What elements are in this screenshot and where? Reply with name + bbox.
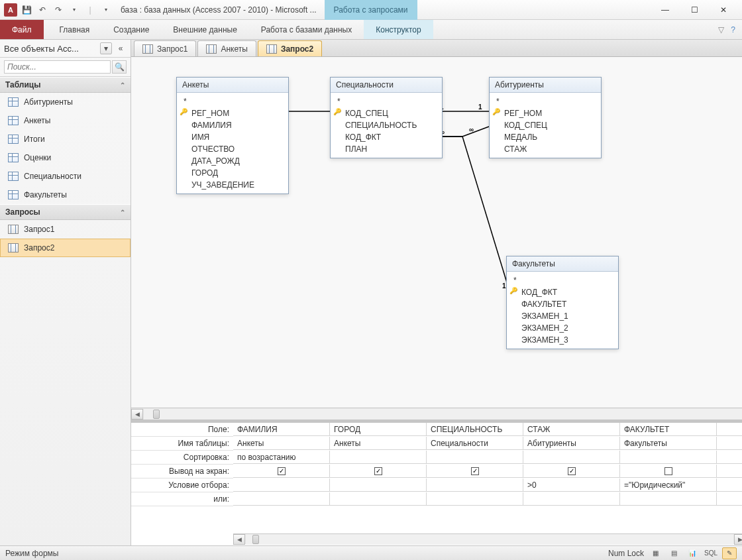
save-icon[interactable]: 💾 (20, 3, 33, 17)
qat-dropdown-icon[interactable]: ▾ (68, 3, 81, 17)
grid-cell[interactable]: ✓ (233, 465, 330, 478)
table-ankety[interactable]: Анкеты*РЕГ_НОМФАМИЛИЯИМЯОТЧЕСТВОДАТА_РОЖ… (176, 77, 289, 194)
table-spec[interactable]: Специальности*КОД_СПЕЦСПЕЦИАЛЬНОСТЬКОД_Ф… (330, 77, 443, 158)
grid-cell[interactable] (427, 451, 523, 464)
nav-table-item[interactable]: Абитуриенты (0, 93, 131, 111)
view-datasheet-icon[interactable]: ▦ (648, 547, 662, 559)
table-title[interactable]: Абитуриенты (490, 78, 601, 93)
nav-query-item[interactable]: Запрос1 (0, 220, 131, 239)
grid-cell[interactable]: по возрастанию (233, 451, 330, 464)
grid-cell-empty[interactable] (717, 451, 742, 464)
grid-cell[interactable] (427, 478, 523, 492)
grid-cell[interactable]: >0 (523, 478, 620, 492)
field-item[interactable]: КОД_СПЕЦ (491, 119, 600, 131)
grid-cell-empty[interactable] (717, 437, 742, 450)
table-title[interactable]: Специальности (331, 78, 442, 93)
grid-cell-empty[interactable] (717, 478, 742, 492)
ribbon-help-icon[interactable]: ? (731, 25, 735, 34)
field-item[interactable]: * (508, 274, 617, 286)
nav-query-item[interactable]: Запрос2 (0, 239, 131, 257)
grid-cell[interactable] (427, 492, 523, 506)
designer-hscroll[interactable]: ◀ ▶ (131, 408, 742, 420)
grid-cell-empty[interactable] (717, 423, 742, 436)
grid-cell[interactable]: ✓ (427, 465, 523, 478)
grid-cell[interactable]: Анкеты (233, 437, 330, 450)
checkbox[interactable]: ✓ (374, 467, 382, 475)
scroll-thumb[interactable] (153, 410, 160, 419)
field-item[interactable]: МЕДАЛЬ (491, 131, 600, 143)
query-designer[interactable]: 1 1 1 ∞ ∞ 1 Анкеты*РЕГ_НОМФАМИЛИЯИМЯОТЧЕ… (131, 57, 742, 420)
app-logo[interactable]: A (4, 3, 17, 17)
document-tab[interactable]: Запрос2 (258, 40, 322, 56)
field-item[interactable]: РЕГ_НОМ (178, 107, 287, 119)
nav-table-item[interactable]: Факультеты (0, 186, 131, 204)
nav-collapse-icon[interactable]: « (115, 42, 127, 54)
ribbon-tab-design[interactable]: Конструктор (364, 20, 433, 39)
nav-dropdown-icon[interactable]: ▾ (100, 42, 112, 54)
checkbox[interactable] (664, 467, 672, 475)
ribbon-tab-create[interactable]: Создание (101, 20, 161, 39)
nav-table-item[interactable]: Оценки (0, 148, 131, 167)
field-item[interactable]: * (178, 95, 287, 107)
field-item[interactable]: ДАТА_РОЖД (178, 155, 287, 167)
ribbon-collapse-icon[interactable]: ▽ (718, 25, 724, 34)
grid-cell[interactable] (523, 451, 620, 464)
view-sql-icon[interactable]: SQL (704, 547, 718, 559)
nav-header[interactable]: Все объекты Acc... ▾ « (0, 40, 131, 58)
grid-cell[interactable]: ="Юридический" (620, 478, 717, 492)
grid-cell[interactable]: ✓ (330, 465, 427, 478)
grid-cell[interactable] (620, 465, 717, 478)
grid-cell[interactable] (233, 478, 330, 492)
minimize-button[interactable]: — (651, 1, 680, 19)
ribbon-tab-db-tools[interactable]: Работа с базами данных (249, 20, 364, 39)
grid-cell[interactable]: СТАЖ (523, 423, 620, 436)
checkbox[interactable]: ✓ (471, 467, 479, 475)
grid-scroll-thumb[interactable] (252, 535, 259, 544)
search-input[interactable] (4, 60, 111, 74)
table-title[interactable]: Факультеты (507, 256, 618, 272)
field-item[interactable]: КОД_ФКТ (332, 131, 441, 143)
field-item[interactable]: ФАКУЛЬТЕТ (508, 298, 617, 310)
grid-cell[interactable]: Абитуриенты (523, 437, 620, 450)
view-chart-icon[interactable]: 📊 (685, 547, 700, 559)
file-tab[interactable]: Файл (0, 20, 44, 39)
grid-cell[interactable] (620, 451, 717, 464)
table-title[interactable]: Анкеты (177, 78, 288, 93)
grid-cell[interactable] (330, 451, 427, 464)
checkbox[interactable]: ✓ (568, 467, 576, 475)
grid-hscroll[interactable]: ◀ ▶ (233, 533, 742, 544)
document-tab[interactable]: Анкеты (197, 40, 256, 56)
grid-cell[interactable]: ФАКУЛЬТЕТ (620, 423, 717, 436)
designer-canvas[interactable]: 1 1 1 ∞ ∞ 1 Анкеты*РЕГ_НОМФАМИЛИЯИМЯОТЧЕ… (131, 57, 742, 408)
grid-scroll-right-icon[interactable]: ▶ (734, 534, 742, 545)
view-pivot-icon[interactable]: ▤ (666, 547, 681, 559)
field-item[interactable]: ЭКЗАМЕН_1 (508, 310, 617, 322)
grid-scroll-left-icon[interactable]: ◀ (233, 534, 245, 545)
field-item[interactable]: КОД_СПЕЦ (332, 107, 441, 119)
grid-cell[interactable]: Факультеты (620, 437, 717, 450)
grid-cell[interactable]: ГОРОД (330, 423, 427, 436)
ribbon-tab-home[interactable]: Главная (48, 20, 102, 39)
field-item[interactable]: * (332, 95, 441, 107)
field-item[interactable]: СТАЖ (491, 143, 600, 155)
grid-cell[interactable] (233, 492, 330, 506)
field-item[interactable]: ФАМИЛИЯ (178, 119, 287, 131)
table-abit[interactable]: Абитуриенты*РЕГ_НОМКОД_СПЕЦМЕДАЛЬСТАЖ (489, 77, 602, 158)
table-fak[interactable]: Факультеты*КОД_ФКТФАКУЛЬТЕТЭКЗАМЕН_1ЭКЗА… (506, 256, 619, 349)
grid-cell[interactable] (620, 492, 717, 506)
grid-cell[interactable] (523, 492, 620, 506)
grid-cell[interactable]: ✓ (523, 465, 620, 478)
field-item[interactable]: ИМЯ (178, 131, 287, 143)
field-item[interactable]: ПЛАН (332, 143, 441, 155)
field-item[interactable]: КОД_ФКТ (508, 286, 617, 298)
grid-cell[interactable] (330, 492, 427, 506)
field-item[interactable]: РЕГ_НОМ (491, 107, 600, 119)
field-item[interactable]: ЭКЗАМЕН_3 (508, 334, 617, 346)
field-item[interactable]: СПЕЦИАЛЬНОСТЬ (332, 119, 441, 131)
redo-icon[interactable]: ↷ (52, 3, 65, 17)
view-design-icon[interactable]: ✎ (722, 547, 737, 559)
undo-icon[interactable]: ↶ (36, 3, 49, 17)
document-tab[interactable]: Запрос1 (134, 40, 196, 56)
nav-group-header[interactable]: Таблицы⌃ (0, 77, 131, 93)
grid-cell[interactable] (330, 478, 427, 492)
